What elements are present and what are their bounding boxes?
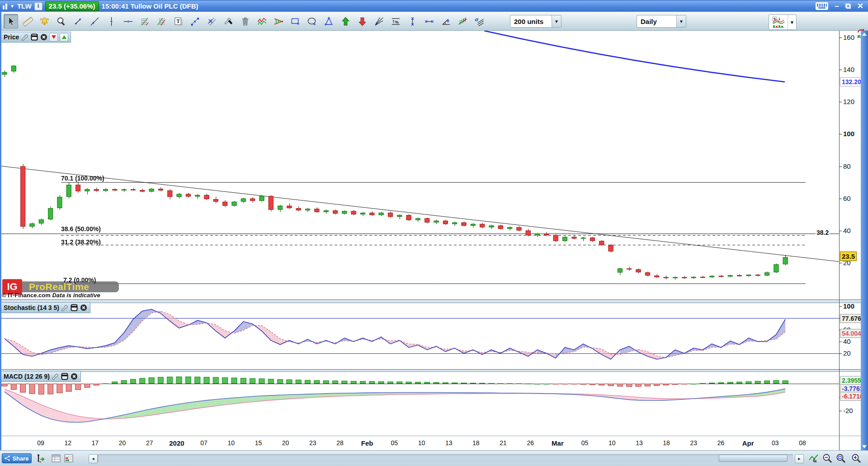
percent-scale-tool[interactable]: % [388, 14, 403, 29]
arrow-down-tool[interactable] [355, 14, 369, 29]
regression-candles-tool[interactable] [455, 14, 470, 29]
wrench-icon[interactable] [61, 304, 69, 312]
scroll-down-icon[interactable] [862, 445, 867, 448]
price-axis-column[interactable]: 132.20 23.5 77.676 54.004 2.3955 -3.7763… [839, 31, 861, 450]
triangle-tool[interactable] [321, 14, 336, 29]
cursor-tool[interactable] [4, 14, 18, 29]
alarm-tool[interactable] [37, 14, 52, 29]
triangle-pattern-tool[interactable] [271, 14, 286, 29]
chart-settings-icon[interactable] [808, 453, 819, 464]
axis-tick-label: 120 [843, 98, 854, 105]
sigma-channel-tool[interactable]: σ [472, 14, 486, 29]
share-button[interactable]: Share [2, 453, 32, 463]
axis-tick-label: 40 [843, 338, 851, 345]
trash-tool[interactable] [238, 14, 252, 29]
axis-tick-label: 80 [843, 162, 851, 170]
ruler-tool[interactable] [20, 14, 35, 29]
vertical-scrollbar[interactable] [861, 31, 868, 450]
chevron-down-icon[interactable]: ▼ [676, 15, 686, 27]
horizontal-scrollbar-thumb[interactable] [719, 455, 788, 462]
date-label: 13 [636, 439, 643, 447]
vertical-line-tool[interactable] [104, 14, 118, 29]
angle-tool[interactable]: α [439, 14, 453, 29]
horizontal-measure-tool[interactable] [422, 14, 436, 29]
macd-chart-canvas[interactable] [0, 372, 839, 436]
text-icon: T [173, 16, 184, 27]
close-icon[interactable] [80, 304, 88, 312]
move-panel-down-button[interactable] [49, 33, 58, 42]
macd-panel-header[interactable]: MACD (12 26 9) [1, 371, 81, 382]
wrench-icon[interactable] [52, 373, 59, 380]
close-button[interactable]: ✕ [857, 2, 863, 10]
zoom-reset-icon[interactable] [835, 453, 846, 464]
close-icon[interactable] [40, 33, 47, 41]
date-axis: 09121720272020071015202328Feb05101318212… [0, 436, 861, 451]
zigzag-tool[interactable] [255, 14, 269, 29]
date-label: 18 [472, 439, 480, 447]
minimize-button[interactable]: – [835, 2, 839, 10]
fib-level-100-label[interactable]: 70.1 (100.00%) [61, 175, 104, 182]
text-tool[interactable]: T [171, 14, 185, 29]
scroll-left-button[interactable]: ◄ [89, 454, 98, 463]
fib-level-38-label[interactable]: 31.2 (38.20%) [61, 238, 101, 246]
portfolio-icon[interactable] [51, 453, 61, 464]
axis-tick [840, 199, 842, 199]
chevron-down-icon[interactable]: ▼ [552, 15, 561, 27]
window-icon[interactable] [71, 304, 78, 312]
percent-scale-icon: % [391, 16, 401, 27]
fan-lines-tool[interactable] [372, 14, 386, 29]
date-label: 18 [663, 439, 670, 447]
line-tool[interactable] [87, 14, 102, 29]
instrument-chart-icon[interactable] [3, 3, 7, 10]
measure-tool[interactable] [188, 14, 202, 29]
axis-tick-label: 100 [843, 302, 854, 310]
horizontal-scrollbar[interactable] [98, 454, 793, 462]
fib-expansion-tool[interactable] [154, 14, 169, 29]
zoom-tool[interactable] [54, 14, 68, 29]
wrench-icon[interactable] [21, 33, 28, 41]
zoom-in-icon[interactable] [851, 453, 862, 464]
axis-tick [840, 38, 842, 38]
date-label: 03 [772, 439, 779, 447]
trash-icon [240, 16, 250, 27]
chart-style-button[interactable]: ▼ [769, 14, 797, 30]
scroll-up-icon[interactable] [862, 33, 867, 36]
fib-level-50-label[interactable]: 38.6 (50.00%) [61, 225, 101, 233]
watchlist-icon[interactable] [63, 453, 74, 464]
window-icon[interactable] [30, 33, 38, 41]
restore-button[interactable]: ⧉ [845, 2, 851, 10]
instrument-dropdown-icon[interactable]: ▼ [10, 4, 14, 9]
fib-retracement-tool[interactable] [137, 14, 152, 29]
ma-value-marker: 132.20 [840, 77, 863, 86]
horizontal-line-tool[interactable] [121, 14, 135, 29]
arrow-up-tool[interactable] [338, 14, 353, 29]
svg-text:σ: σ [475, 16, 478, 22]
price-chart-canvas[interactable] [0, 31, 839, 300]
stochastic-chart-canvas[interactable] [0, 303, 839, 369]
tools-tool[interactable] [221, 14, 236, 29]
panel-separator[interactable] [0, 369, 861, 372]
vertical-measure-tool[interactable] [405, 14, 420, 29]
orders-icon[interactable] [35, 453, 46, 464]
segment-tool[interactable] [71, 14, 85, 29]
keyboard-icon[interactable] [816, 2, 828, 10]
rectangle-tool[interactable] [288, 14, 302, 29]
units-select[interactable]: 200 units ▼ [510, 15, 561, 28]
zoom-out-icon[interactable] [822, 453, 833, 464]
fib-level-0-label[interactable]: 7.2 (0.00%) [63, 276, 96, 284]
window-icon[interactable] [61, 373, 69, 380]
chevron-down-icon[interactable]: ▼ [788, 15, 796, 29]
cursor-icon [6, 16, 16, 27]
remove-line-tool[interactable] [204, 14, 219, 29]
scroll-right-button[interactable]: ► [795, 454, 804, 463]
move-panel-up-button[interactable] [60, 33, 68, 42]
axis-tick [840, 353, 842, 354]
stochastic-panel-header[interactable]: Stochastic (14 3 5) [1, 302, 90, 313]
price-panel-header[interactable]: Price [1, 32, 71, 43]
close-icon[interactable] [71, 373, 78, 380]
period-select[interactable]: Daily ▼ [637, 15, 686, 28]
info-button[interactable]: i [34, 2, 42, 10]
ellipse-tool[interactable] [305, 14, 319, 29]
panel-separator[interactable] [0, 300, 861, 303]
horizontal-measure-icon [424, 16, 434, 27]
